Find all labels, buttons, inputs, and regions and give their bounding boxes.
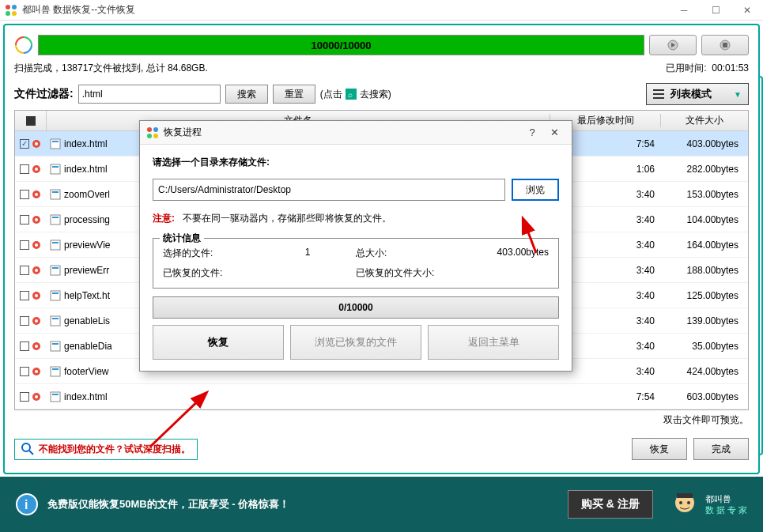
reset-button[interactable]: 重置 [273,85,315,104]
svg-rect-12 [653,97,664,99]
svg-point-65 [147,127,152,132]
file-icon [50,366,61,377]
row-checkbox[interactable] [20,240,29,250]
svg-rect-35 [51,266,60,275]
app-icon [5,4,17,17]
row-checkbox[interactable] [20,367,29,376]
select-all-checkbox[interactable] [26,116,36,126]
row-checkbox[interactable] [20,316,29,326]
scan-progress-bar: 10000/10000 [38,35,644,55]
svg-text:⌕: ⌕ [348,90,353,99]
minimize-button[interactable]: ─ [668,0,700,21]
svg-rect-40 [52,292,59,294]
svg-rect-23 [51,190,60,199]
titlebar: 都叫兽 数据恢复--文件恢复 ─ ☐ ✕ [0,0,763,21]
svg-point-3 [12,11,17,16]
file-size: 403.00bytes [661,138,748,149]
file-size: 424.00bytes [661,366,748,377]
svg-point-57 [22,443,30,451]
buy-register-button[interactable]: 购买 & 注册 [568,490,653,519]
status-icon [31,214,42,225]
maximize-button[interactable]: ☐ [700,0,731,21]
table-row[interactable]: index.html7:54603.00bytes [15,384,748,409]
status-icon [31,391,42,402]
svg-point-22 [35,193,38,196]
dropdown-icon: ▼ [734,90,742,99]
status-icon [31,164,42,175]
svg-point-50 [35,370,38,373]
svg-point-68 [153,134,158,138]
svg-point-18 [35,168,38,171]
file-name: previewVie [64,240,110,251]
svg-point-0 [6,5,10,9]
play-button[interactable] [649,35,697,55]
row-checkbox[interactable] [20,341,29,351]
file-name: processing [64,214,110,225]
svg-point-42 [35,319,38,323]
row-checkbox[interactable] [20,190,29,199]
recovered-size-label: 已恢复的文件大小: [356,266,452,280]
svg-rect-15 [51,139,60,149]
svg-rect-43 [51,316,60,326]
stop-button[interactable] [701,35,749,55]
scan-summary: 扫描完成，138717文件被找到, 总计 84.68GB. [14,62,208,75]
row-checkbox[interactable] [20,215,29,224]
row-checkbox[interactable]: ✓ [20,139,29,149]
svg-rect-24 [52,191,59,193]
svg-rect-36 [52,267,59,269]
close-button[interactable]: ✕ [731,0,763,21]
elapsed-time: 已用时间: 00:01:53 [666,62,749,75]
browse-button[interactable]: 浏览 [512,179,559,201]
file-icon [50,189,61,200]
done-button[interactable]: 完成 [693,438,749,460]
save-path-input[interactable] [153,179,505,201]
recover-button[interactable]: 恢复 [632,438,687,460]
svg-point-64 [687,501,690,504]
view-mode-select[interactable]: 列表模式 ▼ [646,83,749,105]
svg-point-34 [35,269,38,272]
dialog-help-button[interactable]: ? [521,126,543,138]
filter-input[interactable] [78,85,221,104]
browse-recovered-button[interactable]: 浏览已恢复的文件 [290,325,421,360]
back-to-menu-button[interactable]: 返回主菜单 [428,325,559,360]
file-time: 7:54 [550,391,661,402]
search-hint-icon: ⌕ [346,89,357,100]
svg-rect-19 [51,164,60,174]
row-checkbox[interactable] [20,266,29,275]
search-button[interactable]: 搜索 [225,85,268,104]
svg-point-30 [35,243,38,247]
svg-point-46 [35,345,38,348]
svg-point-66 [153,127,158,132]
file-name: genableLis [64,315,110,326]
svg-rect-28 [52,217,59,218]
svg-rect-11 [653,93,664,95]
dialog-close-button[interactable]: ✕ [543,126,565,138]
stats-box: 统计信息 选择的文件: 1 总大小: 403.00bytes 已恢复的文件: 已… [153,238,559,289]
brand-logo: 都叫兽 数 据 专 家 [669,489,747,520]
row-checkbox[interactable] [20,164,29,174]
svg-rect-20 [52,166,59,168]
svg-rect-7 [723,43,727,47]
status-icon [31,366,42,377]
row-checkbox[interactable] [20,392,29,402]
svg-rect-51 [51,367,60,376]
svg-point-63 [679,501,682,504]
file-icon [50,391,61,402]
stop-icon [720,40,731,51]
svg-point-26 [35,218,38,221]
file-icon [50,290,61,301]
recovery-progress: 0/10000 [153,296,559,319]
svg-rect-62 [677,493,693,498]
deep-scan-link[interactable]: 不能找到您的文件？试试深度扫描。 [14,439,198,460]
mascot-icon [669,489,701,520]
filter-label: 文件过滤器: [14,87,74,101]
dialog-recover-button[interactable]: 恢复 [153,325,284,360]
file-name: helpText.ht [64,290,110,301]
column-size[interactable]: 文件大小 [661,114,748,127]
svg-text:i: i [25,498,28,511]
row-checkbox[interactable] [20,291,29,300]
svg-point-14 [35,142,38,145]
window-title: 都叫兽 数据恢复--文件恢复 [22,3,668,17]
svg-point-67 [147,134,152,138]
recovered-files-label: 已恢复的文件: [163,266,259,280]
